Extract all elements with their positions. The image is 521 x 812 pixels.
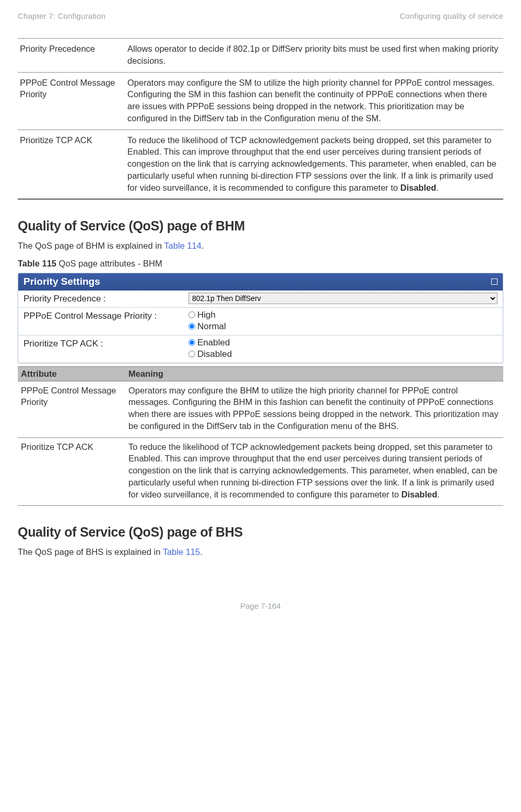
table-header-row: Attribute Meaning bbox=[18, 366, 503, 381]
radio-option-disabled: Disabled bbox=[188, 349, 498, 359]
intro-post: . bbox=[200, 547, 203, 556]
row-label: PPPoE Control Message Priority : bbox=[18, 308, 186, 324]
attr-meaning: Operators may configure the SM to utiliz… bbox=[125, 72, 503, 130]
panel-row-tcpack: Prioritize TCP ACK : Enabled Disabled bbox=[18, 335, 503, 363]
attr-name: Priority Precedence bbox=[18, 39, 125, 73]
row-control: Enabled Disabled bbox=[186, 335, 503, 363]
priority-settings-panel: Priority Settings Priority Precedence : … bbox=[18, 273, 503, 363]
pppoe-radio-normal[interactable] bbox=[188, 323, 195, 330]
section-heading-bhs: Quality of Service (QoS) page of BHS bbox=[18, 525, 503, 540]
attr-meaning: Operators may configure the BHM to utili… bbox=[125, 381, 503, 437]
intro-post: . bbox=[202, 241, 204, 250]
panel-row-priority-precedence: Priority Precedence : 802.1p Then DiffSe… bbox=[18, 291, 503, 307]
radio-label: Normal bbox=[197, 321, 226, 332]
section-intro: The QoS page of BHM is explained in Tabl… bbox=[18, 240, 503, 252]
running-header: Chapter 7: Configuration Configuring qua… bbox=[18, 11, 503, 20]
radio-label: Disabled bbox=[197, 349, 232, 359]
col-attribute: Attribute bbox=[18, 366, 125, 381]
meaning-text: To reduce the likelihood of TCP acknowle… bbox=[128, 442, 498, 499]
meaning-bold: Disabled bbox=[401, 490, 437, 499]
attr-name: PPPoE Control Message Priority bbox=[18, 381, 125, 437]
radio-option-enabled: Enabled bbox=[188, 338, 498, 348]
intro-pre: The QoS page of BHS is explained in bbox=[18, 547, 163, 556]
pppoe-radio-high[interactable] bbox=[188, 311, 195, 318]
attr-name: Prioritize TCP ACK bbox=[18, 130, 125, 199]
panel-title-text: Priority Settings bbox=[23, 276, 100, 287]
radio-label: High bbox=[197, 310, 216, 320]
table-row: PPPoE Control Message Priority Operators… bbox=[18, 381, 503, 437]
section-heading-bhm: Quality of Service (QoS) page of BHM bbox=[18, 218, 503, 234]
tcp-radio-disabled[interactable] bbox=[188, 351, 195, 357]
panel-collapse-icon[interactable] bbox=[491, 279, 498, 285]
radio-label: Enabled bbox=[197, 338, 230, 348]
header-section: Configuring quality of service bbox=[399, 11, 503, 20]
panel-row-pppoe: PPPoE Control Message Priority : High No… bbox=[18, 307, 503, 335]
attr-meaning: To reduce the likelihood of TCP acknowle… bbox=[125, 130, 503, 199]
radio-option-normal: Normal bbox=[188, 321, 498, 332]
attribute-table-bhm: Attribute Meaning PPPoE Control Message … bbox=[18, 366, 503, 506]
row-label: Prioritize TCP ACK : bbox=[18, 335, 186, 352]
attr-meaning: To reduce the likelihood of TCP acknowle… bbox=[125, 437, 503, 506]
caption-rest: QoS page attributes - BHM bbox=[56, 259, 162, 268]
panel-body: Priority Precedence : 802.1p Then DiffSe… bbox=[18, 291, 503, 363]
meaning-bold: Disabled bbox=[400, 183, 436, 192]
table-row: Prioritize TCP ACK To reduce the likelih… bbox=[18, 437, 503, 506]
table-row: Priority Precedence Allows operator to d… bbox=[18, 39, 503, 73]
table-link[interactable]: Table 114 bbox=[164, 241, 202, 250]
attr-name: Prioritize TCP ACK bbox=[18, 437, 125, 506]
meaning-post: . bbox=[436, 183, 439, 192]
meaning-post: . bbox=[437, 490, 440, 499]
section-intro: The QoS page of BHS is explained in Tabl… bbox=[18, 546, 503, 558]
table-caption: Table 115 QoS page attributes - BHM bbox=[18, 259, 503, 269]
panel-title-bar: Priority Settings bbox=[18, 273, 503, 291]
page-footer: Page 7-164 bbox=[18, 601, 503, 610]
col-meaning: Meaning bbox=[125, 366, 503, 381]
table-link[interactable]: Table 115 bbox=[163, 547, 200, 556]
table-row: Prioritize TCP ACK To reduce the likelih… bbox=[18, 130, 503, 199]
row-control: 802.1p Then DiffServ bbox=[186, 291, 503, 307]
document-page: Chapter 7: Configuration Configuring qua… bbox=[0, 0, 521, 628]
attr-meaning: Allows operator to decide if 802.1p or D… bbox=[125, 39, 503, 73]
radio-option-high: High bbox=[188, 310, 498, 320]
tcp-radio-enabled[interactable] bbox=[188, 339, 195, 346]
attr-name: PPPoE Control Message Priority bbox=[18, 72, 125, 130]
meaning-text: To reduce the likelihood of TCP acknowle… bbox=[127, 135, 496, 192]
row-control: High Normal bbox=[186, 308, 503, 335]
table-row: PPPoE Control Message Priority Operators… bbox=[18, 72, 503, 130]
row-label: Priority Precedence : bbox=[18, 291, 186, 307]
caption-bold: Table 115 bbox=[18, 259, 56, 268]
priority-precedence-select[interactable]: 802.1p Then DiffServ bbox=[188, 293, 498, 304]
top-attribute-table: Priority Precedence Allows operator to d… bbox=[18, 38, 503, 200]
intro-pre: The QoS page of BHM is explained in bbox=[18, 241, 164, 250]
header-chapter: Chapter 7: Configuration bbox=[18, 11, 105, 20]
